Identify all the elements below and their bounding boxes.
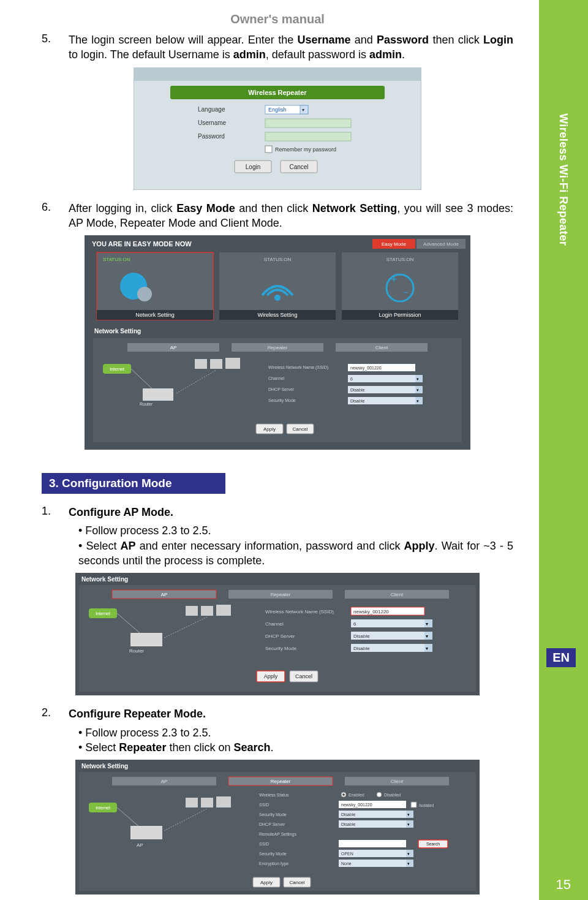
svg-text:Network Setting: Network Setting (81, 763, 128, 770)
svg-rect-98 (216, 605, 231, 616)
svg-text:AP: AP (161, 592, 168, 597)
svg-text:AP: AP (137, 842, 143, 848)
svg-text:Disable: Disable (353, 646, 370, 651)
t: . (271, 741, 274, 754)
svg-text:Security Mode: Security Mode (268, 398, 296, 403)
b: Search (233, 741, 270, 754)
svg-text:AP: AP (161, 779, 168, 784)
svg-text:Router: Router (140, 402, 153, 406)
step-6: 6. After logging in, click Easy Mode and… (42, 201, 513, 231)
svg-rect-97 (201, 606, 213, 616)
svg-text:Easy Mode: Easy Mode (382, 241, 407, 247)
svg-text:Network Setting: Network Setting (135, 312, 175, 318)
svg-rect-163 (339, 840, 406, 847)
svg-text:Remember my password: Remember my password (275, 146, 336, 153)
svg-text:SSID: SSID (259, 842, 269, 846)
svg-text:Repeater: Repeater (268, 345, 288, 350)
svg-text:6: 6 (353, 621, 356, 627)
svg-text:Login Permission: Login Permission (379, 312, 421, 318)
svg-rect-138 (216, 796, 231, 807)
t: Select (86, 540, 120, 552)
svg-rect-12 (265, 132, 351, 141)
svg-text:Channel: Channel (268, 376, 285, 380)
svg-text:STATUS:ON: STATUS:ON (264, 257, 292, 262)
svg-text:Client: Client (391, 779, 404, 784)
step-number: 5. (42, 32, 58, 62)
svg-text:Security Mode: Security Mode (259, 812, 287, 817)
step-text: The login screen below will appear. Ente… (69, 32, 513, 62)
t: and then click (235, 202, 312, 214)
svg-text:newsky_001220: newsky_001220 (341, 803, 372, 807)
svg-text:▾: ▾ (426, 633, 428, 639)
svg-text:Disable: Disable (350, 388, 364, 392)
section-header: 3. Configuration Mode (42, 473, 225, 494)
svg-text:+: + (391, 273, 398, 286)
ap-config-screenshot: Network Setting AP Repeater Client Inter… (75, 573, 480, 695)
b: Password (377, 34, 429, 46)
svg-text:▾: ▾ (407, 861, 410, 866)
svg-text:Cancel: Cancel (289, 164, 308, 170)
svg-text:Router: Router (129, 648, 144, 654)
svg-text:STATUS:ON: STATUS:ON (386, 257, 414, 262)
svg-text:−: − (403, 287, 408, 297)
doc-header: Owner's manual (42, 12, 513, 26)
b: Apply (404, 540, 435, 552)
svg-rect-10 (265, 119, 351, 127)
svg-text:Cancel: Cancel (290, 880, 305, 885)
b: Network Setting (312, 202, 398, 214)
svg-text:STATUS:ON: STATUS:ON (103, 257, 130, 262)
svg-rect-57 (210, 359, 222, 369)
svg-text:Internet: Internet (96, 611, 110, 616)
svg-text:▾: ▾ (302, 107, 304, 113)
svg-point-142 (342, 793, 345, 796)
t: , default password is (266, 48, 369, 61)
svg-text:Advanced Mode: Advanced Mode (423, 241, 459, 247)
t: Select (85, 741, 119, 754)
step-title: Configure Repeater Mode. (69, 706, 513, 721)
svg-text:▾: ▾ (417, 377, 419, 381)
svg-rect-134 (130, 826, 162, 839)
manual-page: Wireless Wi-Fi Repeater EN 15 Owner's ma… (0, 0, 588, 900)
svg-text:YOU ARE IN EASY MODE NOW: YOU ARE IN EASY MODE NOW (92, 240, 192, 248)
svg-text:Internet: Internet (110, 367, 124, 371)
svg-text:Apply: Apply (263, 426, 276, 432)
svg-text:DHCP Server: DHCP Server (268, 387, 295, 391)
b: admin (233, 48, 266, 61)
step-number: 2. (42, 706, 58, 721)
svg-rect-137 (201, 798, 213, 807)
step-number: 1. (42, 505, 58, 520)
svg-text:newsky_001220: newsky_001220 (353, 609, 389, 614)
content-column: Owner's manual 5. The login screen below… (42, 12, 513, 900)
svg-text:6: 6 (350, 377, 353, 381)
conf-2: 2. Configure Repeater Mode. (42, 706, 513, 721)
easymode-screenshot: YOU ARE IN EASY MODE NOW Easy Mode Advan… (85, 235, 470, 450)
page-number: 15 (556, 877, 571, 893)
svg-text:Enabled: Enabled (349, 793, 364, 797)
svg-text:Wireless Status: Wireless Status (259, 793, 289, 797)
t: and enter necessary information, passwor… (136, 540, 404, 552)
repeater-config-screenshot: Network Setting AP Repeater Client Inter… (75, 760, 480, 894)
b: Login (483, 34, 513, 46)
svg-text:Disabled: Disabled (384, 793, 401, 797)
svg-text:Encryption type: Encryption type (259, 861, 288, 866)
svg-text:▾: ▾ (407, 812, 410, 817)
svg-rect-1 (134, 67, 421, 81)
svg-text:Language: Language (198, 106, 225, 113)
svg-text:OPEN: OPEN (341, 852, 353, 856)
t: After logging in, click (69, 202, 176, 214)
svg-text:Repeater: Repeater (271, 779, 291, 784)
svg-rect-13 (265, 146, 272, 153)
t: then click on (166, 741, 233, 754)
svg-text:Wireless Network Name (SSID): Wireless Network Name (SSID) (265, 609, 334, 614)
svg-point-33 (274, 295, 281, 301)
svg-text:Wireless Network Name (SSID): Wireless Network Name (SSID) (268, 365, 328, 370)
svg-rect-36 (342, 252, 458, 320)
svg-text:RemoteAP Settings: RemoteAP Settings (259, 832, 296, 837)
svg-rect-58 (225, 358, 240, 369)
svg-text:Internet: Internet (96, 806, 110, 810)
svg-rect-54 (143, 388, 173, 401)
svg-text:Disable: Disable (350, 399, 364, 403)
svg-text:Wireless Repeater: Wireless Repeater (248, 89, 307, 96)
t: . (402, 48, 405, 61)
svg-text:AP: AP (170, 345, 177, 350)
